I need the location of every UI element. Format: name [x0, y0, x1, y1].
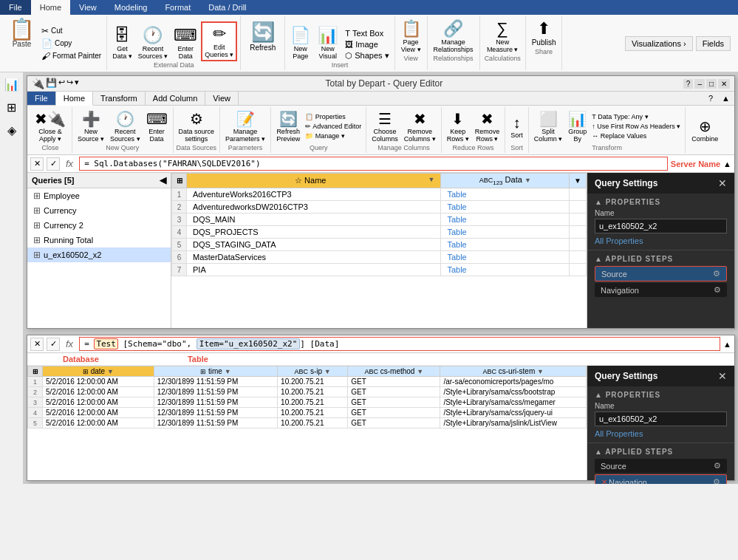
modeling-tab[interactable]: Modeling [106, 0, 157, 15]
page-view-button[interactable]: 📋 PageView ▾ [400, 18, 423, 55]
query-item-currency[interactable]: ⊞ Currency [27, 203, 171, 218]
use-first-row-button[interactable]: ↑ Use First Row As Headers ▾ [590, 122, 682, 131]
combine-button[interactable]: ⊕ Combine [689, 116, 721, 144]
query-item-running-total[interactable]: ⊞ Running Total [27, 233, 171, 247]
cut-button[interactable]: ✂Cut [39, 25, 103, 37]
properties-button[interactable]: 📋 Properties [304, 112, 363, 121]
data-type-button[interactable]: T Data Type: Any ▾ [590, 112, 682, 121]
formula-input[interactable]: = Sql.Databases("FAHRAN\SQLDEV2016") [79, 157, 668, 171]
image-button[interactable]: 🖼Image [343, 39, 391, 49]
bottom-formula-input[interactable]: = Test [Schema="dbo", Item="u_ex160502_x… [79, 337, 720, 351]
qe-minimize[interactable]: – [694, 79, 705, 89]
file-tab[interactable]: File [0, 0, 31, 15]
format-tab[interactable]: Format [156, 0, 199, 15]
bottom-col-date[interactable]: ⊞ date ▼ [43, 366, 154, 377]
publish-button[interactable]: ⬆ Publish [530, 18, 558, 48]
bqs-name-input[interactable] [595, 412, 727, 426]
manage-relationships-button[interactable]: 🔗 ManageRelationships [432, 18, 475, 55]
remove-rows-button[interactable]: ✖ RemoveRows ▾ [473, 109, 502, 144]
copy-button[interactable]: 📄Copy [39, 38, 103, 49]
query-item-u_ex160502_x2[interactable]: ⊞ u_ex160502_x2 [27, 247, 171, 262]
qe-tab-addcol[interactable]: Add Column [146, 92, 206, 105]
qe-tab-transform[interactable]: Transform [93, 92, 146, 105]
bottom-accept-button[interactable]: ✓ [47, 338, 60, 351]
qe-tab-view[interactable]: View [205, 92, 239, 105]
accept-formula-button[interactable]: ✓ [47, 157, 60, 171]
formula-expand[interactable]: ▲ [723, 160, 731, 168]
replace-values-button[interactable]: ↔ Replace Values [590, 132, 682, 140]
edit-queries-button[interactable]: ✏ EditQueries ▾ [201, 21, 237, 61]
remove-columns-button[interactable]: ✖ RemoveColumns ▾ [402, 109, 438, 144]
bqs-step-navigation[interactable]: ✕ Navigation ⚙ [595, 474, 727, 484]
report-view-icon[interactable]: 📊 [2, 75, 21, 94]
qe-maximize[interactable]: □ [706, 79, 717, 89]
close-apply-button[interactable]: ✖🔌 Close &Apply ▾ [32, 109, 69, 144]
split-column-button[interactable]: ⬜ SplitColumn ▾ [532, 109, 565, 144]
qe-quick-save[interactable]: 💾 [46, 78, 57, 89]
qe-redo[interactable]: ↪ [66, 78, 73, 89]
bottom-col-sip[interactable]: ABC s-ip ▼ [278, 366, 348, 377]
shapes-button[interactable]: ⬡Shapes ▾ [343, 50, 391, 61]
format-painter-button[interactable]: 🖌Format Painter [39, 50, 103, 62]
home-tab[interactable]: Home [31, 0, 70, 15]
refresh-preview-button[interactable]: 🔄 RefreshPreview [274, 109, 302, 144]
refresh-button[interactable]: 🔄 Refresh [247, 18, 279, 55]
query-item-currency2[interactable]: ⊞ Currency 2 [27, 218, 171, 233]
query-item-employee[interactable]: ⊞ Employee [27, 188, 171, 203]
paste-button[interactable]: 📋 Paste [4, 18, 39, 69]
qe-close[interactable]: ✕ [718, 79, 730, 89]
choose-columns-button[interactable]: ☰ ChooseColumns [369, 109, 400, 144]
queries-collapse-icon[interactable]: ◀ [160, 175, 166, 185]
fields-panel-btn[interactable]: Fields [696, 36, 731, 51]
step-source[interactable]: Source ⚙ [595, 266, 727, 281]
data-view-icon[interactable]: ⊞ [4, 98, 18, 117]
new-source-button[interactable]: ➕ NewSource ▾ [75, 109, 106, 144]
qe-tab-file[interactable]: File [27, 92, 56, 105]
qs-close-icon[interactable]: ✕ [718, 177, 727, 189]
group-by-button[interactable]: 📊 GroupBy [566, 109, 589, 144]
bqs-step-source-gear-icon[interactable]: ⚙ [714, 461, 721, 471]
view-tab[interactable]: View [70, 0, 106, 15]
qe-collapse[interactable]: ▲ [717, 92, 734, 105]
qe-tab-home[interactable]: Home [56, 92, 93, 106]
advanced-editor-button[interactable]: ✏ Advanced Editor [304, 122, 363, 131]
bqs-step-source[interactable]: Source ⚙ [595, 459, 727, 473]
enter-data-button[interactable]: ⌨ EnterData [171, 24, 199, 61]
manage-parameters-button[interactable]: 📝 ManageParameters ▾ [223, 109, 267, 144]
manage-button[interactable]: 📁 Manage ▾ [304, 132, 363, 140]
get-data-button[interactable]: 🗄 GetData ▾ [110, 24, 134, 61]
bqs-all-properties-link[interactable]: All Properties [595, 429, 727, 438]
new-visual-button[interactable]: 📊 NewVisual [315, 24, 340, 61]
data-drill-tab[interactable]: Data / Drill [199, 0, 255, 15]
qe-help[interactable]: ? [683, 79, 694, 89]
data-source-settings-button[interactable]: ⚙ Data sourcesettings [177, 109, 217, 144]
recent-sources-button[interactable]: 🕐 RecentSources ▾ [136, 24, 171, 61]
bottom-formula-expand[interactable]: ▲ [723, 340, 731, 349]
new-measure-button[interactable]: ∑ NewMeasure ▾ [485, 18, 520, 55]
sort-button[interactable]: ↕ Sort [508, 113, 525, 140]
model-view-icon[interactable]: ◈ [5, 121, 18, 140]
new-page-button[interactable]: 📄 NewPage [288, 24, 312, 61]
recent-sources2-button[interactable]: 🕐 RecentSources ▾ [108, 109, 143, 144]
qe-dropdown[interactable]: ▾ [75, 78, 79, 89]
bottom-col-csmethod[interactable]: ABC cs-method ▼ [348, 366, 440, 377]
bottom-col-time[interactable]: ⊞ time ▼ [154, 366, 277, 377]
qe-tab-help[interactable]: ? [704, 92, 717, 105]
qs-name-input[interactable] [595, 219, 727, 233]
text-box-button[interactable]: TText Box [343, 28, 391, 38]
step-source-gear-icon[interactable]: ⚙ [713, 269, 720, 279]
bottom-col-csuri[interactable]: ABC cs-uri-stem ▼ [440, 366, 587, 377]
enter-data2-button[interactable]: ⌨ EnterData [144, 109, 170, 144]
bqs-step-nav-gear-icon[interactable]: ⚙ [713, 477, 720, 484]
col-header-data[interactable]: ABC123 Data ▼ [441, 174, 570, 188]
bqs-close-icon[interactable]: ✕ [718, 370, 727, 382]
step-navigation[interactable]: Navigation ⚙ [595, 283, 727, 297]
visualizations-panel-btn[interactable]: Visualizations › [625, 36, 693, 51]
col-header-name[interactable]: ☆ Name ▼ [187, 174, 441, 188]
step-navigation-gear-icon[interactable]: ⚙ [714, 285, 721, 295]
bottom-cancel-button[interactable]: ✕ [30, 338, 44, 351]
cancel-formula-button[interactable]: ✕ [30, 157, 44, 171]
keep-rows-button[interactable]: ⬇ KeepRows ▾ [445, 109, 471, 144]
qs-all-properties-link[interactable]: All Properties [595, 236, 727, 245]
qe-undo[interactable]: ↩ [58, 78, 65, 89]
